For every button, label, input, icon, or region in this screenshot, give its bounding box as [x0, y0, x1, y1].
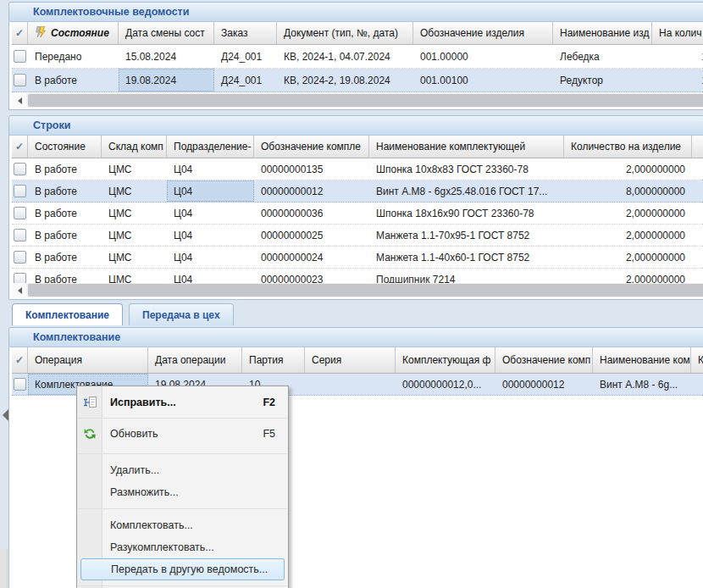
cell[interactable]: В работе — [28, 247, 102, 268]
menu-item-komplektovat[interactable]: Комплектовать... — [78, 514, 287, 536]
column-header[interactable]: Наименование ком — [593, 347, 691, 373]
cell[interactable]: 00000000012 — [495, 374, 593, 395]
cell[interactable]: 8,000000000 — [564, 180, 692, 202]
cell[interactable] — [692, 202, 703, 224]
scrollbar-thumb[interactable] — [28, 284, 703, 297]
row-checkbox[interactable] — [14, 74, 26, 86]
checkbox-cell[interactable] — [12, 374, 28, 395]
menu-item-edit[interactable]: Исправить...F2 — [78, 388, 287, 417]
stroki-horizontal-scrollbar[interactable] — [12, 283, 703, 297]
column-header[interactable]: Операция — [28, 347, 148, 373]
cell[interactable]: 001.00100 — [413, 69, 553, 92]
table-row[interactable]: В работеЦМСЦ0400000000012Винт А.М8 - 6gx… — [12, 180, 703, 202]
select-all-header[interactable]: ✓ — [12, 136, 28, 158]
cell[interactable]: 00000000012,0... — [396, 374, 495, 395]
column-header[interactable]: Заказ — [214, 22, 277, 44]
checkbox-cell[interactable] — [12, 225, 28, 246]
cell[interactable]: 00000000036 — [254, 202, 369, 224]
cell[interactable]: Редуктор — [553, 69, 652, 92]
column-header[interactable]: К — [691, 347, 703, 373]
row-checkbox[interactable] — [14, 378, 26, 391]
cell[interactable]: Манжета 1.1-40x60-1 ГОСТ 8752 — [369, 247, 564, 268]
column-header[interactable]: Количество на изделие — [564, 136, 692, 158]
cell[interactable]: 19.08.2024 — [119, 69, 214, 92]
checkbox-cell[interactable] — [12, 180, 28, 202]
table-row[interactable]: В работе19.08.2024Д24_001КВ, 2024-2, 19.… — [12, 69, 703, 92]
cell[interactable]: 2,000000000 — [564, 225, 692, 246]
cell[interactable]: ЦМС — [102, 180, 167, 202]
table-row[interactable]: Передано15.08.2024Д24_001КВ, 2024-1, 04.… — [12, 45, 703, 69]
cell[interactable]: Винт А.М8 - 6gx25.48.016 ГОСТ 17... — [369, 180, 564, 202]
menu-item-transfer[interactable]: Передать в другую ведомость... — [80, 558, 285, 580]
cell[interactable]: Шпонка 10x8x83 ГОСТ 23360-78 — [369, 158, 564, 180]
checkbox-cell[interactable] — [12, 158, 28, 180]
cell[interactable]: 1 — [652, 45, 703, 68]
row-checkbox[interactable] — [14, 251, 26, 263]
cell[interactable] — [692, 247, 703, 268]
select-all-header[interactable]: ✓ — [12, 22, 28, 44]
cell[interactable]: В работе — [28, 158, 102, 180]
column-header[interactable]: Комплектующая ф — [396, 347, 495, 373]
column-header[interactable]: Серия — [305, 347, 396, 373]
vedomosti-horizontal-scrollbar[interactable] — [12, 93, 703, 108]
cell[interactable]: ЦМС — [102, 247, 167, 268]
cell[interactable]: Ц04 — [167, 158, 254, 180]
menu-item-refresh[interactable]: ОбновитьF5 — [78, 419, 287, 448]
column-header[interactable]: Состояние — [28, 136, 102, 158]
cell[interactable]: ЦМС — [102, 225, 167, 246]
column-header[interactable]: Партия — [242, 347, 305, 373]
checkbox-cell[interactable] — [12, 45, 28, 68]
column-header[interactable]: Обозначение изделия — [413, 22, 553, 44]
cell[interactable]: Ц04 — [167, 225, 254, 246]
cell[interactable]: Шпонка 18x16x90 ГОСТ 23360-78 — [369, 202, 564, 224]
column-header[interactable]: Наименование изд — [553, 22, 652, 44]
row-checkbox[interactable] — [14, 163, 26, 175]
cell[interactable]: Ц04 — [167, 247, 254, 268]
table-row[interactable]: В работеЦМСЦ0400000000135Шпонка 10x8x83 … — [12, 158, 703, 180]
cell[interactable]: В работе — [28, 180, 102, 202]
cell[interactable]: Манжета 1.1-70x95-1 ГОСТ 8752 — [369, 225, 564, 246]
checkbox-cell[interactable] — [12, 247, 28, 268]
column-header[interactable]: Дата операции — [148, 347, 242, 373]
scroll-left-button[interactable] — [12, 283, 26, 297]
column-header[interactable]: Документ (тип, №, дата) — [277, 22, 413, 44]
cell[interactable]: КВ, 2024-1, 04.07.2024 — [277, 45, 413, 68]
table-row[interactable]: В работеЦМСЦ0400000000025Манжета 1.1-70x… — [12, 225, 703, 247]
cell[interactable]: В работе — [28, 202, 102, 224]
scroll-left-button[interactable] — [12, 93, 26, 108]
cell[interactable] — [692, 158, 703, 180]
row-checkbox[interactable] — [14, 50, 26, 63]
column-header[interactable]: Обозначение компле — [254, 136, 369, 158]
row-checkbox[interactable] — [14, 229, 26, 241]
menu-item-delete[interactable]: Удалить... — [78, 459, 287, 481]
cell[interactable]: 2,000000000 — [564, 247, 692, 268]
row-checkbox[interactable] — [14, 207, 26, 219]
checkbox-cell[interactable] — [12, 202, 28, 224]
cell[interactable]: Винт А.М8 - 6g... — [593, 374, 691, 395]
table-row[interactable]: В работеЦМСЦ0400000000024Манжета 1.1-40x… — [12, 247, 703, 269]
cell[interactable]: 00000000025 — [254, 225, 369, 246]
cell[interactable] — [305, 374, 396, 395]
row-checkbox[interactable] — [14, 185, 26, 197]
column-header[interactable] — [692, 136, 703, 158]
cell[interactable]: Лебедка — [553, 45, 652, 68]
cell[interactable] — [692, 225, 703, 246]
cell[interactable] — [691, 374, 703, 395]
cell[interactable]: Передано — [28, 45, 119, 68]
cell[interactable]: 2,000000000 — [564, 202, 692, 224]
scrollbar-thumb[interactable] — [28, 94, 703, 107]
cell[interactable]: ЦМС — [102, 158, 167, 180]
cell[interactable]: 00000000012 — [254, 180, 369, 202]
cell[interactable]: 2,000000000 — [564, 158, 692, 180]
cell[interactable]: КВ, 2024-2, 19.08.2024 — [277, 69, 413, 92]
cell[interactable]: 00000000024 — [254, 247, 369, 268]
cell[interactable] — [692, 180, 703, 202]
column-header[interactable]: Подразделение- — [167, 136, 254, 158]
checkbox-cell[interactable] — [12, 69, 28, 92]
tab-peredacha-v-tseh[interactable]: Передача в цех — [129, 303, 234, 325]
cell[interactable]: 00000000135 — [254, 158, 369, 180]
cell[interactable]: Ц04 — [167, 180, 254, 202]
table-row[interactable]: В работеЦМСЦ0400000000036Шпонка 18x16x90… — [12, 202, 703, 225]
cell[interactable]: ЦМС — [102, 202, 167, 224]
cell[interactable]: 15.08.2024 — [119, 45, 214, 68]
